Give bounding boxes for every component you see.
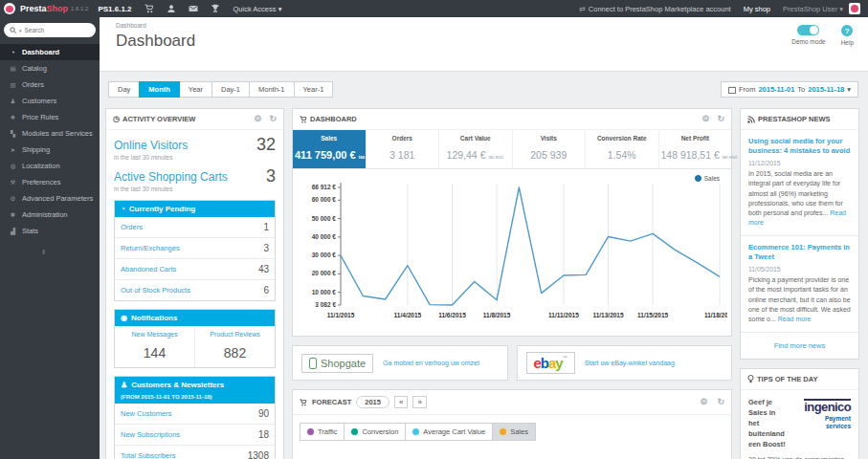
active-carts-link[interactable]: Active Shopping Carts <box>114 170 228 184</box>
kpi-net-profit[interactable]: Net Profit148 918,51 € tax excl. <box>658 130 732 168</box>
forecast-traffic-button[interactable]: Traffic <box>300 423 345 441</box>
chart-legend: Sales <box>695 175 720 182</box>
preferences-icon: ⚒ <box>9 179 17 186</box>
forecast-next-button[interactable]: » <box>412 396 426 408</box>
brand-wordmark[interactable]: PrestaShop <box>20 4 68 13</box>
forecast-year: 2015 <box>356 396 389 408</box>
pending-row-abandoned-carts: Abandoned Carts43 <box>115 258 275 279</box>
my-shop-link[interactable]: My shop <box>744 5 770 13</box>
svg-text:11/15/2015: 11/15/2015 <box>637 312 669 318</box>
sidebar-item-advanced-parameters[interactable]: ⚙Advanced Parameters <box>0 190 100 207</box>
pending-row-orders: Orders1 <box>115 217 275 237</box>
shopgate-link[interactable]: Ga mobiel en verhoog uw omzet <box>383 360 479 366</box>
conversion-dot-icon <box>351 428 358 435</box>
messages-icon[interactable] <box>189 4 198 13</box>
cart-icon[interactable] <box>145 4 154 13</box>
pending-row-returns: Return/Exchanges3 <box>115 237 275 258</box>
news-article-title[interactable]: Ecommerce 101: Payments in a Tweet <box>748 243 851 262</box>
shop-version: PS1.6.1.2 <box>98 5 131 13</box>
sidebar-item-dashboard[interactable]: ◔Dashboard <box>0 44 100 60</box>
quick-access-menu[interactable]: Quick Access ▾ <box>234 5 282 13</box>
news-article-title[interactable]: Using social media for your business: 4 … <box>748 137 851 156</box>
range-year-button[interactable]: Year <box>179 81 212 98</box>
forecast-conversion-button[interactable]: Conversion <box>344 423 406 441</box>
kpi-sales[interactable]: Sales411 759,00 € tax excl. <box>293 130 366 168</box>
kpi-orders[interactable]: Orders3 181 <box>366 130 439 168</box>
user-avatar[interactable] <box>849 3 860 14</box>
svg-text:11/6/2015: 11/6/2015 <box>438 312 466 318</box>
forecast-panel-title: FORECAST <box>312 398 351 406</box>
news-article-body: In 2015, social media are an integral pa… <box>748 169 851 228</box>
customers-date-range: (FROM 2015-11-01 TO 2015-11-18) <box>121 394 269 400</box>
main-area: Dashboard Dashboard Demo mode ? Help Day… <box>100 17 868 459</box>
new-messages-cell[interactable]: New Messages144 <box>115 326 194 367</box>
breadcrumb[interactable]: Dashboard <box>116 22 868 29</box>
shopgate-promo-card: Shopgate Ga mobiel en verhoog uw omzet <box>292 345 508 381</box>
svg-text:10 000 €: 10 000 € <box>312 289 337 295</box>
help-icon[interactable]: ? <box>841 25 853 36</box>
panel-refresh-icon[interactable]: ↻ <box>269 115 277 123</box>
sales-legend-label: Sales <box>704 175 720 182</box>
panel-settings-gear-icon[interactable]: ⚙ <box>254 115 261 123</box>
marketplace-icon: ⇄ <box>579 5 586 13</box>
svg-text:11/11/2015: 11/11/2015 <box>548 312 579 318</box>
sidebar-item-price-rules[interactable]: ❖Price Rules <box>0 109 100 125</box>
svg-text:3 082 €: 3 082 € <box>315 301 336 308</box>
user-icon[interactable] <box>167 4 176 13</box>
marketplace-connect-link[interactable]: ⇄Connect to PrestaShop Marketplace accou… <box>579 5 731 13</box>
prestashop-logo-icon[interactable] <box>4 3 15 14</box>
svg-text:11/13/2015: 11/13/2015 <box>592 312 624 318</box>
range-month-1-button[interactable]: Month-1 <box>249 81 295 98</box>
search-scope-caret-icon[interactable]: ▾ <box>19 28 22 33</box>
sidebar-item-modules-services[interactable]: ▚Modules and Services <box>0 125 100 142</box>
find-more-news-link[interactable]: Find more news <box>741 333 858 359</box>
range-day-1-button[interactable]: Day-1 <box>211 81 250 98</box>
sidebar-item-administration[interactable]: ✱Administration <box>0 207 100 223</box>
prestashop-admin: PrestaShop 1.6.1.2 PS1.6.1.2 Quick Acces… <box>0 0 868 459</box>
ebay-link[interactable]: Start uw eBay-winkel vandaag <box>585 360 675 366</box>
online-visitors-link[interactable]: Online Visitors <box>114 139 188 152</box>
kpi-cart-value[interactable]: Cart Value129,44 € tax excl. <box>438 130 512 168</box>
sidebar-item-orders[interactable]: ▥Orders <box>0 76 100 93</box>
product-reviews-cell[interactable]: Product Reviews882 <box>194 326 275 367</box>
forecast-refresh-icon[interactable]: ↻ <box>717 398 724 406</box>
date-toolbar: Day Month Year Day-1 Month-1 Year-1 From… <box>109 81 858 98</box>
sidebar-item-customers[interactable]: ♟Customers <box>0 93 100 109</box>
sidebar-item-preferences[interactable]: ⚒Preferences <box>0 174 100 190</box>
activity-overview-panel: ◷ ACTIVITY OVERVIEW ⚙ ↻ Online Visitors … <box>105 108 284 459</box>
forecast-sales-button[interactable]: Sales <box>492 423 536 441</box>
sidebar-item-stats[interactable]: ▟Stats <box>0 223 100 239</box>
range-year-1-button[interactable]: Year-1 <box>294 81 334 98</box>
user-menu[interactable]: PrestaShop User ▾ <box>783 5 843 13</box>
tips-of-the-day-panel: TIPS OF THE DAY ingenico Paymentservices… <box>740 368 859 459</box>
range-month-button[interactable]: Month <box>139 81 180 98</box>
svg-text:50 000 €: 50 000 € <box>312 215 337 222</box>
search-input[interactable] <box>25 27 90 33</box>
forecast-avg-cart-button[interactable]: Average Cart Value <box>405 423 493 441</box>
price-rules-icon: ❖ <box>9 114 17 121</box>
sidebar-collapse-icon[interactable]: ‖ <box>42 248 100 256</box>
sidebar-item-catalog[interactable]: ▤Catalog <box>0 60 100 76</box>
search-icon[interactable] <box>10 27 16 33</box>
range-day-button[interactable]: Day <box>108 81 140 98</box>
demo-mode-toggle[interactable] <box>797 25 819 35</box>
online-visitors-value: 32 <box>256 137 276 152</box>
date-range-picker[interactable]: From2015-11-01 To2015-11-18 ▾ <box>721 81 858 98</box>
sidebar-item-shipping[interactable]: ➤Shipping <box>0 142 100 158</box>
read-more-link[interactable]: Read more <box>778 316 812 322</box>
brand-version: 1.6.1.2 <box>71 6 88 11</box>
dashboard-refresh-icon[interactable]: ↻ <box>717 115 724 123</box>
forecast-prev-button[interactable]: « <box>394 396 408 408</box>
kpi-visits[interactable]: Visits205 939 <box>512 130 586 168</box>
avg-cart-dot-icon <box>412 428 419 435</box>
ebay-logo: ebay™ <box>526 352 575 374</box>
trophy-icon[interactable] <box>211 4 220 13</box>
lightbulb-icon <box>747 375 754 383</box>
forecast-panel: FORECAST 2015 « » ⚙ ↻ Traffic Conversion… <box>292 389 732 459</box>
forecast-settings-gear-icon[interactable]: ⚙ <box>700 398 707 406</box>
sidebar-item-localization[interactable]: ◍Localization <box>0 158 100 174</box>
sales-legend-dot-icon <box>695 175 701 182</box>
dashboard-settings-gear-icon[interactable]: ⚙ <box>701 115 709 123</box>
advanced-parameters-icon: ⚙ <box>9 195 17 203</box>
kpi-conversion-rate[interactable]: Conversion Rate1.54% <box>585 130 658 168</box>
